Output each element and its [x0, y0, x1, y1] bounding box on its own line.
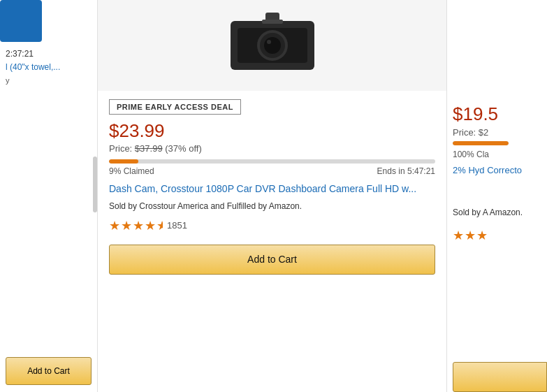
- progress-bar-fill: [109, 159, 138, 164]
- right-claimed-text: 100% Cla: [453, 150, 489, 159]
- star-2: ★: [121, 218, 132, 233]
- left-add-to-cart-button[interactable]: Add to Cart: [6, 357, 92, 385]
- review-count: 1851: [167, 220, 187, 231]
- right-star-rating: ★ ★ ★: [453, 228, 488, 243]
- right-sold-by: Sold by A Amazon.: [453, 207, 547, 219]
- progress-bar-background: [109, 159, 435, 164]
- ends-in-text: Ends in 5:47:21: [377, 166, 435, 176]
- left-product-image: [0, 0, 42, 42]
- right-progress-fill: [453, 141, 509, 145]
- right-star-2: ★: [465, 228, 476, 243]
- left-sold-by: y: [6, 76, 92, 85]
- star-4: ★: [145, 218, 156, 233]
- current-price: $23.99: [109, 120, 165, 141]
- left-scrollbar[interactable]: [93, 157, 97, 212]
- right-add-to-cart-button[interactable]: [453, 362, 547, 392]
- left-product-info: 2:37:21 l (40"x towel,... y: [6, 49, 92, 85]
- right-original-price: Price: $2: [453, 127, 488, 138]
- original-price-line: Price: $37.99 (37% off): [109, 143, 435, 154]
- right-star-1: ★: [453, 228, 464, 243]
- svg-point-5: [267, 40, 271, 44]
- product-title-link[interactable]: Dash Cam, Crosstour 1080P Car DVR Dashbo…: [98, 176, 446, 196]
- claimed-text: 9% Claimed: [109, 166, 154, 176]
- discount-text: (37% off): [165, 143, 202, 154]
- add-to-cart-section: Add to Cart: [98, 233, 446, 275]
- original-price: $37.99: [135, 143, 163, 154]
- product-image-svg: [217, 7, 328, 84]
- star-5-half: ★: [156, 218, 163, 233]
- progress-section: 9% Claimed Ends in 5:47:21: [98, 154, 446, 176]
- middle-product-panel: PRIME EARLY ACCESS DEAL $23.99 Price: $3…: [98, 0, 447, 392]
- right-product-title: 2% Hyd Correcto: [453, 164, 547, 177]
- left-timer: 2:37:21: [6, 49, 92, 59]
- star-1: ★: [109, 218, 120, 233]
- price-section: $23.99 Price: $37.99 (37% off): [98, 115, 446, 154]
- right-current-price: $19.5: [453, 103, 498, 125]
- right-progress-section: [453, 141, 547, 145]
- right-progress-bar-bg: [453, 141, 509, 145]
- price-label: Price:: [109, 143, 132, 154]
- sold-by-text: Sold by Crosstour America and Fulfilled …: [98, 196, 446, 212]
- progress-labels: 9% Claimed Ends in 5:47:21: [109, 166, 435, 176]
- product-image-area: [98, 0, 446, 91]
- star-rating: ★ ★ ★ ★ ★: [109, 218, 163, 233]
- right-product-panel: $19.5 Price: $2 100% Cla 2% Hyd Correcto…: [447, 0, 547, 392]
- right-star-3: ★: [476, 228, 488, 243]
- add-to-cart-button[interactable]: Add to Cart: [109, 245, 435, 275]
- star-3: ★: [133, 218, 144, 233]
- deal-badge: PRIME EARLY ACCESS DEAL: [109, 99, 241, 115]
- rating-section: ★ ★ ★ ★ ★ 1851: [98, 212, 446, 233]
- left-product-title: l (40"x towel,...: [6, 61, 92, 73]
- svg-point-4: [264, 37, 281, 54]
- left-sidebar-panel: 2:37:21 l (40"x towel,... y Add to Cart: [0, 0, 98, 392]
- svg-rect-7: [262, 20, 283, 24]
